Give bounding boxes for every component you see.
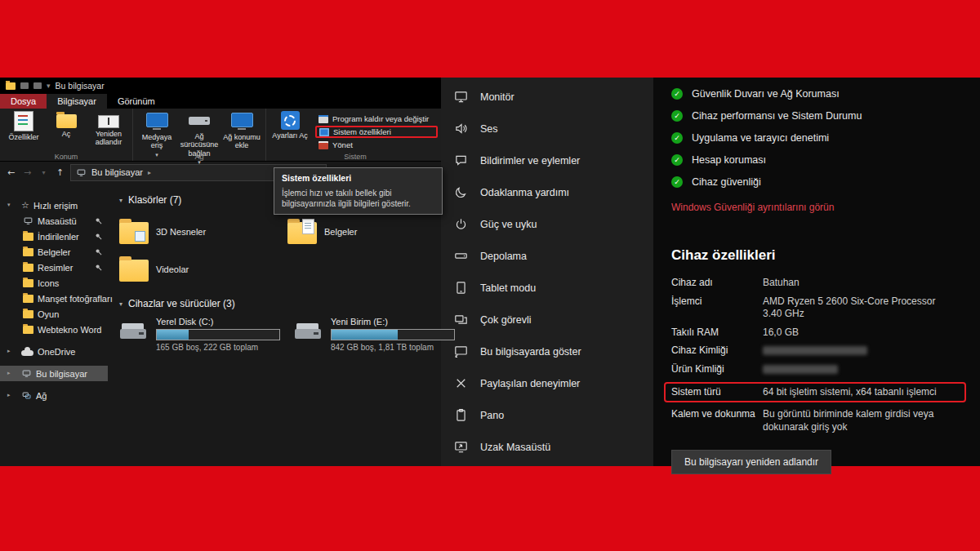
add-network-location-button[interactable]: Ağ konumu ekle [221, 111, 262, 150]
sidebar-item-resimler[interactable]: Resimler [0, 260, 108, 275]
settings-nav-odaklanma[interactable]: Odaklanma yardımı [441, 176, 653, 208]
section-header-label: Klasörler (7) [128, 194, 181, 206]
rename-button[interactable]: Yeniden adlandır [88, 111, 129, 147]
rename-pc-button[interactable]: Bu bilgisayarı yeniden adlandır [671, 450, 831, 474]
security-label: Cihaz performansı ve Sistem Durumu [692, 110, 862, 122]
nav-label: Bu bilgisayarda göster [480, 346, 581, 358]
device-specs-heading: Cihaz özellikleri [671, 247, 980, 264]
section-header-drives[interactable]: ▾ Cihazlar ve sürücüler (3) [119, 298, 470, 309]
drive-item-c[interactable]: Yerel Disk (C:) 165 GB boş, 222 GB topla… [119, 317, 294, 352]
folder-item-videolar[interactable]: Videolar [119, 251, 287, 288]
system-properties-tooltip: Sistem özellikleri İşlemci hızı ve takıl… [274, 167, 443, 215]
check-glyph: ✓ [674, 90, 680, 98]
tab-dosya[interactable]: Dosya [0, 94, 47, 109]
folder-icon [119, 222, 149, 244]
windows-security-details-link[interactable]: Windows Güvenliği ayrıntılarını görün [671, 202, 834, 213]
settings-nav-projecting[interactable]: Bu bilgisayarda göster [441, 335, 653, 367]
recent-locations-icon[interactable]: ▾ [38, 169, 50, 176]
nav-label: Uzak Masaüstü [480, 442, 550, 453]
sidebar-item-indirilenler[interactable]: İndirilenler [0, 229, 108, 244]
settings-nav-ses[interactable]: Ses [441, 113, 653, 144]
properties-button[interactable]: Özellikler [3, 111, 44, 141]
nav-label: Bildirimler ve eylemler [480, 155, 580, 167]
green-check-icon: ✓ [671, 154, 683, 166]
settings-nav-bildirimler[interactable]: Bildirimler ve eylemler [441, 144, 653, 176]
sidebar-quick-access[interactable]: ▾ ☆ Hızlı erişim [0, 198, 108, 213]
drive-item-e[interactable]: Yeni Birim (E:) 842 GB boş, 1,81 TB topl… [294, 317, 469, 352]
check-glyph: ✓ [674, 178, 680, 186]
system-menu-column: Program kaldır veya değiştir Sistem özel… [312, 111, 441, 153]
access-media-button[interactable]: Medyaya eriş ▾ [136, 111, 177, 158]
security-status-performance: ✓ Cihaz performansı ve Sistem Durumu [671, 104, 980, 127]
uninstall-program-button[interactable]: Program kaldır veya değiştir [315, 113, 438, 124]
system-properties-button[interactable]: Sistem özellikleri [315, 126, 438, 138]
button-label: Aç [62, 130, 71, 138]
this-pc-icon [21, 369, 32, 378]
settings-nav-pano[interactable]: Pano [441, 399, 653, 431]
settings-nav-paylasilan[interactable]: Paylaşılan deneyimler [441, 367, 653, 399]
explorer-titlebar[interactable]: ▾ Bu bilgisayar [0, 78, 441, 94]
pin-icon [95, 216, 102, 226]
notifications-icon [454, 153, 468, 167]
settings-nav-monitor[interactable]: Monitör [441, 81, 653, 113]
spec-value: AMD Ryzen 5 2600 Six-Core Processor 3.40… [763, 295, 952, 321]
button-label: Özellikler [8, 133, 38, 141]
folder-item-3d-nesneler[interactable]: 3D Nesneler [119, 213, 287, 251]
check-glyph: ✓ [674, 156, 680, 164]
folder-icon [23, 233, 33, 241]
blurred-value [763, 365, 838, 374]
open-button[interactable]: Aç [46, 111, 87, 138]
sidebar-item-icons[interactable]: Icons [0, 275, 108, 291]
up-icon[interactable]: ↑ [54, 167, 66, 178]
properties-icon [14, 111, 33, 131]
chevron-right-icon[interactable]: ▸ [7, 370, 11, 376]
sidebar-item-label: İndirilenler [38, 232, 79, 242]
security-label: Cihaz güvenliği [692, 176, 761, 188]
3d-cube-overlay-icon [135, 231, 145, 242]
network-location-icon [231, 113, 253, 127]
pin-icon [95, 263, 102, 273]
settings-nav-tablet[interactable]: Tablet modu [441, 272, 653, 304]
sidebar-item-this-pc[interactable]: ▸ Bu bilgisayar [0, 366, 108, 381]
desktop-icon [23, 216, 33, 225]
sidebar-item-network[interactable]: ▸ Ağ [0, 388, 108, 403]
spec-value: Batuhan [763, 277, 952, 290]
chevron-down-icon[interactable]: ▾ [7, 202, 11, 208]
quick-toolbar-icon[interactable] [20, 82, 29, 89]
sidebar-item-belgeler[interactable]: Belgeler [0, 244, 108, 260]
sidebar-item-label: Webtekno Word [38, 325, 101, 335]
settings-gear-icon [281, 111, 300, 130]
chevron-right-icon[interactable]: ▸ [7, 392, 11, 398]
settings-nav-cok-gorevli[interactable]: Çok görevli [441, 304, 653, 335]
rename-icon [98, 115, 119, 128]
sidebar-item-webtekno-word[interactable]: Webtekno Word [0, 322, 108, 337]
folder-item-belgeler[interactable]: Belgeler [287, 213, 456, 251]
sidebar-item-onedrive[interactable]: ▸ OneDrive [0, 344, 108, 359]
settings-nav-guc-uyku[interactable]: Güç ve uyku [441, 208, 653, 240]
chevron-right-icon[interactable]: ▸ [7, 348, 11, 354]
drive-name: Yeni Birim (E:) [331, 317, 455, 327]
sidebar-item-oyun[interactable]: Oyun [0, 306, 108, 322]
tab-bilgisayar[interactable]: Bilgisayar [47, 94, 107, 109]
menu-item-label: Sistem özellikleri [333, 127, 391, 136]
sidebar-item-masaustu[interactable]: Masaüstü [0, 213, 108, 229]
network-drive-icon [189, 117, 210, 125]
tooltip-body: İşlemci hızı ve takılı bellek gibi bilgi… [282, 189, 411, 208]
nav-label: Depolama [480, 251, 527, 262]
quick-toolbar-icon[interactable] [33, 82, 42, 89]
back-icon[interactable]: ← [5, 167, 17, 178]
security-label: Güvenlik Duvarı ve Ağ Koruması [692, 88, 840, 100]
sidebar-item-manset-fotograflari[interactable]: Manşet fotoğrafları [0, 291, 108, 306]
tab-gorunum[interactable]: Görünüm [107, 94, 166, 109]
settings-nav-uzak-masaustu[interactable]: Uzak Masaüstü [441, 431, 653, 463]
folder-icon [23, 295, 33, 303]
spec-row-device-id: Cihaz Kimliği [671, 344, 980, 358]
star-icon: ☆ [21, 201, 29, 210]
forward-icon[interactable]: → [21, 167, 33, 178]
settings-nav-depolama[interactable]: Depolama [441, 240, 653, 272]
manage-button[interactable]: Yönet [315, 140, 438, 150]
open-settings-button[interactable]: Ayarları Aç [270, 111, 310, 140]
ribbon-group-location: Özellikler Aç Yeniden adlandır Konum [0, 109, 133, 161]
button-label: Yeniden adlandır [88, 130, 129, 147]
spec-row-device-name: Cihaz adı Batuhan [671, 277, 980, 290]
